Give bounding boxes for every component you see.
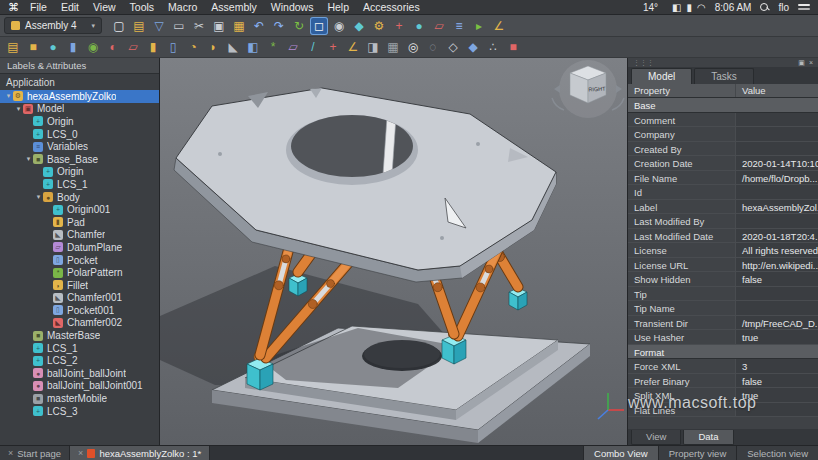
copy-icon[interactable]: ▣ bbox=[210, 17, 228, 35]
property-value[interactable] bbox=[736, 127, 818, 141]
boolean-union-icon[interactable]: ◉ bbox=[84, 38, 102, 56]
dock-tab-property-view[interactable]: Property view bbox=[658, 446, 737, 460]
property-row-force-xml[interactable]: Force XML3 bbox=[628, 359, 818, 374]
property-row-id[interactable]: Id bbox=[628, 185, 818, 200]
menu-tools[interactable]: Tools bbox=[123, 1, 162, 13]
property-value[interactable] bbox=[736, 301, 818, 315]
navcube-face-label[interactable]: RIGHT bbox=[588, 85, 606, 92]
pocket-tool-icon[interactable]: ▯ bbox=[164, 38, 182, 56]
doc-tab-hexaassemblyzolko-1[interactable]: ×hexaAssemblyZolko : 1* bbox=[70, 446, 210, 460]
tree-item-balljoint-balljoint001[interactable]: ●ballJoint_ballJoint001 bbox=[0, 380, 159, 393]
tab-model[interactable]: Model bbox=[631, 68, 692, 84]
property-row-license[interactable]: LicenseAll rights reserved bbox=[628, 243, 818, 258]
tree-item-fillet[interactable]: ◗Fillet bbox=[0, 279, 159, 292]
property-row-tip-name[interactable]: Tip Name bbox=[628, 301, 818, 316]
3d-viewport[interactable]: RIGHT bbox=[160, 58, 627, 445]
sketch-icon[interactable]: ▱ bbox=[124, 38, 142, 56]
paste-icon[interactable]: ▦ bbox=[230, 17, 248, 35]
tree-item-lcs-1[interactable]: +LCS_1 bbox=[0, 342, 159, 355]
tab-view[interactable]: View bbox=[631, 430, 681, 445]
tree-item-mastermobile[interactable]: ■masterMobile bbox=[0, 392, 159, 405]
fillet-tool-icon[interactable]: ◗ bbox=[204, 38, 222, 56]
expander-icon[interactable]: ▾ bbox=[14, 105, 23, 113]
box-select-icon[interactable]: ◻ bbox=[310, 17, 328, 35]
tree-item-model[interactable]: ▾▣Model bbox=[0, 103, 159, 116]
lcs-tool-icon[interactable]: + bbox=[324, 38, 342, 56]
panel-grip[interactable]: ⋮⋮⋮ ▣ × bbox=[628, 58, 818, 67]
property-row-file-name[interactable]: File Name/home/flo/Dropb... bbox=[628, 171, 818, 186]
menu-assembly[interactable]: Assembly bbox=[204, 1, 264, 13]
property-value[interactable] bbox=[736, 403, 818, 417]
tree-item-base-base[interactable]: ▾■Base_Base bbox=[0, 153, 159, 166]
part-cylinder-icon[interactable]: ▮ bbox=[64, 38, 82, 56]
property-value[interactable]: All rights reserved bbox=[736, 243, 818, 257]
tree-item-pad[interactable]: ▮Pad bbox=[0, 216, 159, 229]
property-value[interactable] bbox=[736, 142, 818, 156]
property-value[interactable]: false bbox=[736, 272, 818, 286]
tree-item-body[interactable]: ▾●Body bbox=[0, 191, 159, 204]
menu-macro[interactable]: Macro bbox=[161, 1, 204, 13]
property-value[interactable]: http://en.wikipedi... bbox=[736, 258, 818, 272]
control-center-icon[interactable] bbox=[798, 3, 810, 11]
property-value[interactable]: /tmp/FreeCAD_D... bbox=[736, 316, 818, 330]
shaded-icon[interactable]: ◆ bbox=[464, 38, 482, 56]
property-value[interactable]: 3 bbox=[736, 359, 818, 373]
tree-item-pocket[interactable]: ▯Pocket bbox=[0, 254, 159, 267]
dock-tab-selection-view[interactable]: Selection view bbox=[736, 446, 818, 460]
property-value[interactable]: /home/flo/Dropb... bbox=[736, 171, 818, 185]
tree-item-pocket001[interactable]: ▯Pocket001 bbox=[0, 304, 159, 317]
property-row-use-hasher[interactable]: Use Hashertrue bbox=[628, 330, 818, 345]
property-row-creation-date[interactable]: Creation Date2020-01-14T10:10... bbox=[628, 156, 818, 171]
revolve-icon[interactable]: ◔ bbox=[184, 38, 202, 56]
workbench-selector[interactable]: Assembly 4 ▾ bbox=[4, 17, 102, 34]
property-row-transient-dir[interactable]: Transient Dir/tmp/FreeCAD_D... bbox=[628, 316, 818, 331]
tree-item-balljoint-balljoint[interactable]: ●ballJoint_ballJoint bbox=[0, 367, 159, 380]
fit-all-icon[interactable]: ◉ bbox=[330, 17, 348, 35]
tree-item-lcs-3[interactable]: +LCS_3 bbox=[0, 405, 159, 418]
redo-icon[interactable]: ↷ bbox=[270, 17, 288, 35]
undo-icon[interactable]: ↶ bbox=[250, 17, 268, 35]
menu-help[interactable]: Help bbox=[320, 1, 356, 13]
property-row-last-modified-by[interactable]: Last Modified By bbox=[628, 214, 818, 229]
menu-accessories[interactable]: Accessories bbox=[356, 1, 427, 13]
tab-tasks[interactable]: Tasks bbox=[694, 68, 754, 84]
expander-icon[interactable]: ▾ bbox=[34, 193, 43, 201]
stop-icon[interactable]: ■ bbox=[504, 38, 522, 56]
mirror-icon[interactable]: ◧ bbox=[244, 38, 262, 56]
texture-icon[interactable]: ▦ bbox=[384, 38, 402, 56]
new-document-icon[interactable]: ▢ bbox=[110, 17, 128, 35]
tree-item-chamfer002[interactable]: ◣Chamfer002 bbox=[0, 317, 159, 330]
datum-plane-icon[interactable]: ▱ bbox=[284, 38, 302, 56]
property-row-comment[interactable]: Comment bbox=[628, 113, 818, 128]
wireframe-icon[interactable]: ◇ bbox=[444, 38, 462, 56]
tree-item-origin[interactable]: +Origin bbox=[0, 166, 159, 179]
variables-icon[interactable]: ≡ bbox=[450, 17, 468, 35]
close-icon[interactable]: × bbox=[8, 448, 13, 458]
datum-axis-icon[interactable]: / bbox=[304, 38, 322, 56]
part-sphere-icon[interactable]: ● bbox=[44, 38, 62, 56]
property-row-license-url[interactable]: License URLhttp://en.wikipedi... bbox=[628, 258, 818, 273]
tree-item-chamfer[interactable]: ◣Chamfer bbox=[0, 229, 159, 242]
datum-point-icon[interactable]: ● bbox=[410, 17, 428, 35]
property-value[interactable]: false bbox=[736, 374, 818, 388]
tree-item-lcs-0[interactable]: +LCS_0 bbox=[0, 128, 159, 141]
property-row-tip[interactable]: Tip bbox=[628, 287, 818, 302]
search-icon[interactable] bbox=[760, 3, 769, 12]
transparency-icon[interactable]: ◌ bbox=[424, 38, 442, 56]
menu-file[interactable]: File bbox=[23, 1, 54, 13]
property-value[interactable]: true bbox=[736, 388, 818, 402]
tree-item-origin001[interactable]: +Origin001 bbox=[0, 203, 159, 216]
tab-data[interactable]: Data bbox=[683, 430, 733, 445]
clipping-plane-icon[interactable]: ◨ bbox=[364, 38, 382, 56]
property-value[interactable]: true bbox=[736, 330, 818, 344]
property-row-flat-lines[interactable]: Flat Lines bbox=[628, 403, 818, 418]
menu-view[interactable]: View bbox=[86, 1, 123, 13]
tree-item-origin[interactable]: +Origin bbox=[0, 115, 159, 128]
float-panel-icon[interactable]: ▣ bbox=[798, 59, 805, 67]
new-sketch-icon[interactable]: ▱ bbox=[430, 17, 448, 35]
tree-item-masterbase[interactable]: ■MasterBase bbox=[0, 329, 159, 342]
dock-tab-combo-view[interactable]: Combo View bbox=[583, 446, 658, 460]
value-column-header[interactable]: Value bbox=[736, 84, 818, 97]
boolean-cut-icon[interactable]: ◐ bbox=[104, 38, 122, 56]
print-icon[interactable]: ▭ bbox=[170, 17, 188, 35]
